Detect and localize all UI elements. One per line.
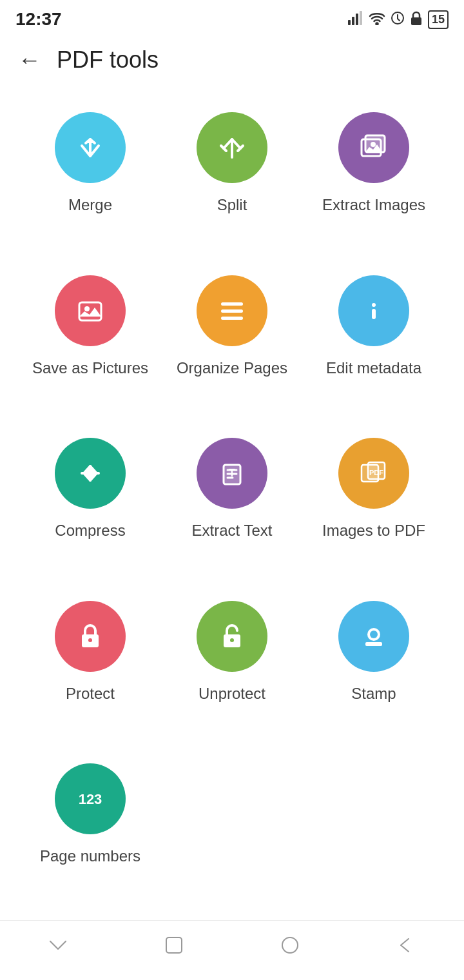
tool-unprotect[interactable]: Unprotect [161, 588, 303, 745]
tool-merge[interactable]: Merge [19, 99, 161, 256]
svg-rect-1 [352, 17, 354, 25]
tool-label-merge: Merge [68, 195, 112, 215]
svg-point-11 [84, 306, 90, 311]
tool-protect[interactable]: Protect [19, 588, 161, 745]
unprotect-icon [197, 601, 267, 672]
tool-organize-pages[interactable]: Organize Pages [161, 262, 303, 419]
tool-label-images-to-pdf: Images to PDF [322, 520, 425, 540]
tool-edit-metadata[interactable]: Edit metadata [303, 262, 445, 419]
tool-label-compress: Compress [55, 520, 125, 540]
compress-icon [55, 438, 126, 509]
svg-rect-29 [365, 642, 382, 646]
tool-label-split: Split [217, 195, 247, 215]
nav-down-button[interactable] [46, 934, 70, 962]
tool-label-protect: Protect [66, 683, 115, 703]
tool-label-save-as-pictures: Save as Pictures [32, 358, 148, 378]
svg-rect-3 [360, 11, 362, 25]
nav-square-button[interactable] [162, 934, 186, 962]
nav-home-button[interactable] [278, 934, 302, 962]
header: ← PDF tools [0, 36, 464, 86]
page-title: PDF tools [57, 46, 159, 74]
tool-page-numbers[interactable]: 123 Page numbers [19, 750, 161, 907]
stamp-icon [338, 601, 409, 672]
svg-point-9 [371, 142, 376, 147]
svg-rect-0 [348, 20, 351, 25]
status-icons: 15 [348, 10, 449, 29]
tool-label-extract-images: Extract Images [322, 195, 425, 215]
svg-rect-14 [221, 317, 243, 320]
signal-icon [348, 11, 363, 28]
svg-rect-13 [221, 309, 243, 313]
lock-icon [410, 11, 423, 28]
organize-icon [197, 275, 267, 346]
nav-back-button[interactable] [394, 934, 418, 962]
tool-save-as-pictures[interactable]: Save as Pictures [19, 262, 161, 419]
info-icon [338, 275, 409, 346]
svg-rect-12 [221, 302, 243, 306]
tool-extract-images[interactable]: Extract Images [303, 99, 445, 256]
tool-images-to-pdf[interactable]: PDF Images to PDF [303, 425, 445, 582]
tool-label-page-numbers: Page numbers [40, 846, 140, 866]
svg-rect-6 [411, 17, 421, 25]
tool-split[interactable]: Split [161, 99, 303, 256]
status-time: 12:37 [15, 9, 62, 30]
save-pictures-icon [55, 275, 126, 346]
tool-label-edit-metadata: Edit metadata [326, 358, 421, 378]
extract-text-icon: T [197, 438, 267, 509]
nav-bar [0, 920, 464, 980]
extract-images-icon [338, 112, 409, 183]
merge-icon [55, 112, 126, 183]
svg-point-24 [88, 638, 92, 642]
circle-icon [391, 11, 405, 28]
svg-point-26 [230, 638, 234, 642]
svg-point-4 [376, 23, 378, 24]
tool-label-stamp: Stamp [351, 683, 396, 703]
svg-text:123: 123 [79, 791, 102, 807]
svg-rect-10 [79, 302, 101, 320]
svg-point-32 [282, 937, 298, 953]
tool-label-extract-text: Extract Text [192, 520, 273, 540]
battery-icon: 15 [428, 10, 449, 29]
svg-point-15 [372, 303, 376, 307]
status-bar: 12:37 [0, 0, 464, 36]
svg-text:PDF: PDF [369, 469, 383, 476]
tool-compress[interactable]: Compress [19, 425, 161, 582]
wifi-icon [369, 11, 385, 28]
back-button[interactable]: ← [18, 48, 41, 72]
svg-text:T: T [229, 467, 235, 478]
split-icon [197, 112, 267, 183]
tools-grid: Merge Split Extract Images Save as Pictu… [0, 86, 464, 920]
page-numbers-icon: 123 [55, 763, 126, 834]
svg-rect-16 [372, 309, 376, 319]
tool-stamp[interactable]: Stamp [303, 588, 445, 745]
images-to-pdf-icon: PDF [338, 438, 409, 509]
tool-extract-text[interactable]: T Extract Text [161, 425, 303, 582]
tool-label-unprotect: Unprotect [198, 683, 266, 703]
svg-point-28 [370, 631, 378, 638]
svg-rect-2 [356, 14, 358, 25]
tool-label-organize-pages: Organize Pages [177, 358, 287, 378]
protect-icon [55, 601, 126, 672]
svg-rect-31 [166, 937, 182, 953]
